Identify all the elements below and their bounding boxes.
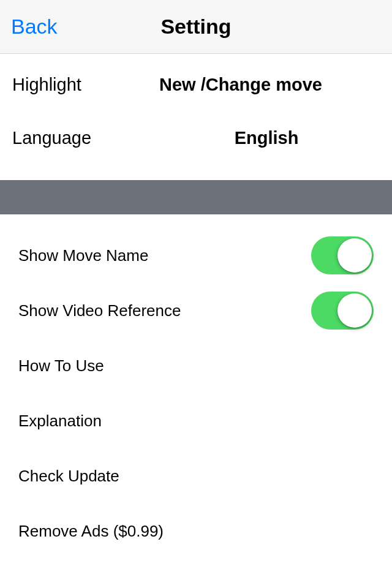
back-button[interactable]: Back [11,15,58,39]
show-video-reference-row: Show Video Reference [0,283,392,338]
top-settings-section: Highlight New /Change move Language Engl… [0,54,392,180]
remove-ads-label: Remove Ads ($0.99) [18,522,164,541]
language-value: English [153,128,380,148]
page-title: Setting [160,15,231,39]
toggle-knob [337,238,372,273]
highlight-label: Highlight [12,75,159,95]
show-video-reference-label: Show Video Reference [18,301,181,320]
check-update-label: Check Update [18,467,119,486]
show-move-name-toggle[interactable] [311,236,374,274]
bottom-options-section: Show Move Name Show Video Reference How … [0,214,392,559]
language-label: Language [12,128,159,148]
show-move-name-row: Show Move Name [0,228,392,283]
show-move-name-label: Show Move Name [18,246,148,265]
how-to-use-row[interactable]: How To Use [0,338,392,393]
highlight-value: New /Change move [159,75,380,95]
remove-ads-row[interactable]: Remove Ads ($0.99) [0,503,392,559]
explanation-row[interactable]: Explanation [0,393,392,448]
section-separator [0,180,392,214]
highlight-setting-row[interactable]: Highlight New /Change move [0,54,392,116]
explanation-label: Explanation [18,412,102,431]
toggle-knob [337,293,372,328]
navigation-bar: Back Setting [0,0,392,54]
show-video-reference-toggle[interactable] [311,292,374,330]
check-update-row[interactable]: Check Update [0,448,392,503]
language-setting-row[interactable]: Language English [0,116,392,180]
how-to-use-label: How To Use [18,356,104,375]
